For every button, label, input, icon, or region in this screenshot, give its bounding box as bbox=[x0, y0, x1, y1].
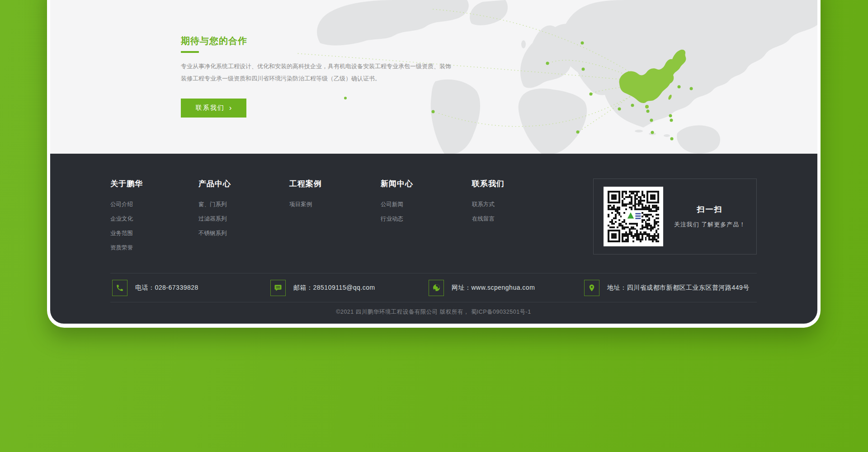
globe-icon bbox=[429, 280, 444, 296]
copyright: ©2021 四川鹏华环境工程设备有限公司 版权所有， 蜀ICP备09032501… bbox=[110, 308, 757, 316]
footer-link[interactable]: 不锈钢系列 bbox=[198, 230, 289, 236]
footer-column-title[interactable]: 产品中心 bbox=[198, 179, 289, 189]
contact-us-button[interactable]: 联系我们 › bbox=[181, 99, 246, 118]
qr-panel: 扫一扫 关注我们 了解更多产品！ bbox=[593, 179, 757, 254]
footer-column-title[interactable]: 联系我们 bbox=[472, 179, 544, 189]
footer-link[interactable]: 资质荣誉 bbox=[110, 245, 198, 251]
cta-heading: 期待与您的合作 bbox=[181, 35, 461, 46]
footer-link[interactable]: 公司新闻 bbox=[381, 201, 472, 207]
contact-us-button-label: 联系我们 bbox=[196, 104, 225, 112]
contact-label: 电话：028-67339828 bbox=[135, 284, 198, 292]
footer-link[interactable]: 过滤器系列 bbox=[198, 216, 289, 222]
contact-item-phone: 电话：028-67339828 bbox=[112, 273, 198, 302]
footer-link[interactable]: 公司介绍 bbox=[110, 201, 198, 207]
footer-column-title[interactable]: 关于鹏华 bbox=[110, 179, 198, 189]
contact-label: 邮箱：285109115@qq.com bbox=[293, 284, 375, 292]
footer-column-contact: 联系我们 联系方式 在线留言 bbox=[472, 179, 544, 259]
footer-link[interactable]: 企业文化 bbox=[110, 216, 198, 222]
footer-column-products: 产品中心 窗、门系列 过滤器系列 不锈钢系列 bbox=[198, 179, 289, 259]
contact-item-website: 网址：www.scpenghua.com bbox=[429, 273, 535, 302]
footer-nav-columns: 关于鹏华 公司介绍 企业文化 业务范围 资质荣誉 产品中心 窗、门系列 过滤器系… bbox=[110, 179, 544, 259]
cta-block: 期待与您的合作 专业从事净化系统工程设计、优化和安装的高科技企业，具有机电设备安… bbox=[181, 35, 461, 118]
footer-link[interactable]: 行业动态 bbox=[381, 216, 472, 222]
footer-column-cases: 工程案例 项目案例 bbox=[289, 179, 381, 259]
qr-code-canvas bbox=[608, 191, 659, 242]
qr-subtitle: 关注我们 了解更多产品！ bbox=[663, 221, 756, 229]
footer-inner: 关于鹏华 公司介绍 企业文化 业务范围 资质荣誉 产品中心 窗、门系列 过滤器系… bbox=[110, 154, 757, 324]
contact-label: 网址：www.scpenghua.com bbox=[452, 284, 535, 292]
qr-code-image bbox=[604, 187, 663, 246]
contact-label: 地址：四川省成都市新都区工业东区普河路449号 bbox=[607, 284, 750, 292]
footer-link[interactable]: 项目案例 bbox=[289, 201, 381, 207]
footer-link[interactable]: 联系方式 bbox=[472, 201, 544, 207]
content-card: 期待与您的合作 专业从事净化系统工程设计、优化和安装的高科技企业，具有机电设备安… bbox=[47, 0, 821, 328]
qr-text: 扫一扫 关注我们 了解更多产品！ bbox=[663, 204, 756, 229]
footer-link[interactable]: 业务范围 bbox=[110, 230, 198, 236]
footer: 关于鹏华 公司介绍 企业文化 业务范围 资质荣誉 产品中心 窗、门系列 过滤器系… bbox=[50, 154, 817, 324]
footer-column-title[interactable]: 工程案例 bbox=[289, 179, 381, 189]
footer-link[interactable]: 在线留言 bbox=[472, 216, 544, 222]
contact-item-address: 地址：四川省成都市新都区工业东区普河路449号 bbox=[584, 273, 750, 302]
qr-title: 扫一扫 bbox=[663, 204, 756, 215]
footer-column-about: 关于鹏华 公司介绍 企业文化 业务范围 资质荣誉 bbox=[110, 179, 198, 259]
contact-item-email: 邮箱：285109115@qq.com bbox=[270, 273, 375, 302]
pin-icon bbox=[584, 280, 599, 296]
cta-paragraph: 专业从事净化系统工程设计、优化和安装的高科技企业，具有机电设备安装工程专业承包一… bbox=[181, 60, 461, 85]
phone-icon bbox=[112, 280, 127, 296]
cta-underline bbox=[181, 51, 199, 53]
contact-strip: 电话：028-67339828 邮箱：285109115@qq.com 网址：w… bbox=[110, 273, 757, 302]
footer-link[interactable]: 窗、门系列 bbox=[198, 201, 289, 207]
footer-column-title[interactable]: 新闻中心 bbox=[381, 179, 472, 189]
footer-column-news: 新闻中心 公司新闻 行业动态 bbox=[381, 179, 472, 259]
mail-icon bbox=[270, 280, 286, 296]
chevron-right-icon: › bbox=[229, 104, 232, 112]
cta-section: 期待与您的合作 专业从事净化系统工程设计、优化和安装的高科技企业，具有机电设备安… bbox=[50, 0, 817, 154]
